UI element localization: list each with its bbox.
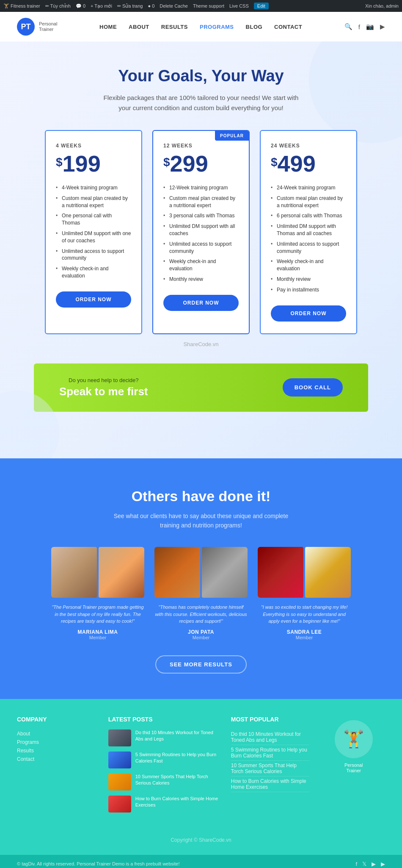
feature-item: Unlimited access to support community bbox=[56, 246, 131, 264]
popular-link-3[interactable]: 10 Summer Sports That Help Torch Serious… bbox=[231, 761, 310, 776]
footer-bottom: © tagDiv. All rights reserved. Personal … bbox=[0, 855, 402, 868]
testimonials-subtitle: See what our clients have to say about t… bbox=[104, 511, 298, 530]
card-price-1: $199 bbox=[56, 152, 131, 175]
footer-post-2: 5 Swimming Routines to Help you Burn Cal… bbox=[108, 752, 218, 768]
testimonial-name-3: SANDRA LEE bbox=[258, 629, 351, 635]
admin-comments: 💬 0 bbox=[76, 3, 85, 9]
card-weeks-2: 12 WEEKS bbox=[163, 143, 239, 149]
footer-copyright: © tagDiv. All rights reserved. Personal … bbox=[17, 861, 180, 866]
testimonial-role-2: Member bbox=[154, 635, 248, 640]
admin-0: ● 0 bbox=[148, 3, 154, 8]
post-title-2[interactable]: 5 Swimming Routines to Help you Burn Cal… bbox=[135, 752, 218, 765]
testimonial-quote-3: "I was so excited to start changing my l… bbox=[258, 604, 351, 625]
feature-item: 6 personal calls with Thomas bbox=[271, 211, 346, 221]
see-more-button[interactable]: SEE MORE RESULTS bbox=[155, 655, 247, 674]
nav-icons: 🔍 f 📷 ▶ bbox=[344, 23, 385, 31]
testimonial-name-1: MARIANA LIMA bbox=[51, 629, 144, 635]
testimonial-name-2: JON PATA bbox=[154, 629, 248, 635]
post-title-3[interactable]: 10 Summer Sports That Help Torch Serious… bbox=[135, 774, 218, 787]
logo[interactable]: PT Personal Trainer bbox=[17, 18, 57, 36]
footer-link-programs[interactable]: Programs bbox=[17, 738, 96, 746]
footer-logo-name: Personal Trainer bbox=[344, 763, 363, 774]
order-button-12weeks[interactable]: ORDER NOW bbox=[163, 295, 239, 311]
edit-button[interactable]: Edit bbox=[254, 3, 269, 9]
post-title-4[interactable]: How to Burn Calories with Simple Home Ex… bbox=[135, 796, 218, 809]
hero-title: Your Goals, Your Way bbox=[17, 67, 385, 85]
admin-customize[interactable]: ✏ Tùy chỉnh bbox=[45, 3, 71, 9]
nav-home[interactable]: HOME bbox=[99, 24, 117, 30]
footer-link-contact[interactable]: Contact bbox=[17, 755, 96, 763]
footer-youtube-icon[interactable]: ▶ bbox=[372, 861, 376, 867]
popular-link-1[interactable]: Do thid 10 Minutes Workout for Toned Abs… bbox=[231, 729, 310, 745]
cta-small-text: Do you need help to decide? bbox=[59, 377, 148, 383]
hero-subtitle: Flexible packages that are 100% tailored… bbox=[99, 93, 303, 113]
card-price-2: $299 bbox=[163, 152, 239, 175]
footer-grid: Company About Programs Results Contact L… bbox=[17, 716, 385, 818]
post-title-1[interactable]: Do thid 10 Minutes Workout for Toned Abs… bbox=[135, 729, 218, 743]
footer-post-3: 10 Summer Sports That Help Torch Serious… bbox=[108, 774, 218, 790]
popular-badge: POPULAR bbox=[215, 131, 249, 141]
admin-cache[interactable]: Delete Cache bbox=[160, 3, 188, 8]
footer-social-icons: f 𝕏 ▶ ▶ bbox=[355, 861, 385, 867]
feature-item: 3 personal calls with Thomas bbox=[163, 211, 239, 221]
popular-link-4[interactable]: How to Burn Calories with Simple Home Ex… bbox=[231, 776, 310, 792]
footer-twitter-icon[interactable]: 𝕏 bbox=[362, 861, 366, 867]
post-thumb-4 bbox=[108, 796, 131, 813]
nav-programs[interactable]: PROGRAMS bbox=[200, 24, 234, 30]
testimonial-quote-2: "Thomas has completely outdone himself w… bbox=[154, 604, 248, 625]
footer-post-1: Do thid 10 Minutes Workout for Toned Abs… bbox=[108, 729, 218, 746]
footer-most-popular: Most Popular Do thid 10 Minutes Workout … bbox=[231, 716, 310, 818]
nav-blog[interactable]: BLOG bbox=[246, 24, 263, 30]
order-button-4weeks[interactable]: ORDER NOW bbox=[56, 291, 131, 308]
feature-item: Monthly review bbox=[271, 274, 346, 285]
nav-contact[interactable]: CONTACT bbox=[274, 24, 302, 30]
feature-item: Custom meal plan created by a nutritiona… bbox=[271, 193, 346, 211]
card-price-3: $499 bbox=[271, 152, 346, 175]
footer-link-about[interactable]: About bbox=[17, 729, 96, 738]
pricing-card-24weeks: 24 WEEKS $499 24-Week training program C… bbox=[260, 130, 357, 334]
feature-item: Monthly review bbox=[163, 274, 239, 285]
main-nav: PT Personal Trainer HOME ABOUT RESULTS P… bbox=[0, 12, 402, 42]
cta-banner: Do you need help to decide? Speak to me … bbox=[34, 363, 368, 412]
testimonial-photo-3a bbox=[258, 547, 303, 598]
feature-item: Custom meal plan created by a nutritiona… bbox=[163, 193, 239, 211]
feature-item: 24-Week training program bbox=[271, 183, 346, 193]
programs-section: Your Goals, Your Way Flexible packages t… bbox=[0, 42, 402, 458]
nav-about[interactable]: ABOUT bbox=[129, 24, 149, 30]
instagram-icon[interactable]: 📷 bbox=[366, 23, 374, 31]
footer-link-results[interactable]: Results bbox=[17, 746, 96, 755]
order-button-24weeks[interactable]: ORDER NOW bbox=[271, 305, 346, 322]
search-icon[interactable]: 🔍 bbox=[344, 23, 352, 31]
admin-css[interactable]: Live CSS bbox=[229, 3, 249, 8]
footer-logo-col: 🏋 Personal Trainer bbox=[322, 716, 385, 818]
feature-item: Weekly check-in and evaluation bbox=[271, 256, 346, 274]
pricing-grid: 4 WEEKS $199 4-Week training program Cus… bbox=[17, 130, 385, 334]
testimonial-photo-1a bbox=[51, 547, 97, 598]
feature-item: Unlimited DM support with one of our coa… bbox=[56, 228, 131, 246]
footer-popular-heading: Most Popular bbox=[231, 716, 310, 723]
footer-post-4: How to Burn Calories with Simple Home Ex… bbox=[108, 796, 218, 813]
testimonials-title: Others have done it! bbox=[17, 488, 385, 505]
admin-edit-page[interactable]: ✏ Sửa trang bbox=[117, 3, 143, 9]
feature-item: 12-Week training program bbox=[163, 183, 239, 193]
popular-link-2[interactable]: 5 Swimming Routines to Help you Burn Cal… bbox=[231, 745, 310, 761]
nav-results[interactable]: RESULTS bbox=[161, 24, 188, 30]
footer-company-heading: Company bbox=[17, 716, 96, 723]
footer-logo-icon: 🏋 bbox=[335, 720, 373, 758]
logo-text: Personal Trainer bbox=[39, 21, 57, 32]
admin-theme[interactable]: Theme support bbox=[193, 3, 224, 8]
youtube-icon[interactable]: ▶ bbox=[380, 23, 385, 31]
book-call-button[interactable]: BOOK CALL bbox=[283, 378, 343, 397]
testimonial-card-3: "I was so excited to start changing my l… bbox=[258, 547, 351, 640]
nav-links: HOME ABOUT RESULTS PROGRAMS BLOG CONTACT bbox=[99, 23, 302, 31]
footer-facebook-icon[interactable]: f bbox=[355, 861, 357, 867]
footer-youtube2-icon[interactable]: ▶ bbox=[381, 861, 385, 867]
admin-user: Xin chào, admin bbox=[365, 3, 399, 8]
testimonial-grid: "The Personal Trainer program made getti… bbox=[17, 547, 385, 640]
facebook-icon[interactable]: f bbox=[358, 23, 360, 31]
admin-new[interactable]: + Tạo mới bbox=[91, 3, 112, 9]
testimonial-photo-2b bbox=[202, 547, 248, 598]
post-thumb-2 bbox=[108, 752, 131, 768]
testimonial-images-1 bbox=[51, 547, 144, 598]
card-features-2: 12-Week training program Custom meal pla… bbox=[163, 183, 239, 285]
